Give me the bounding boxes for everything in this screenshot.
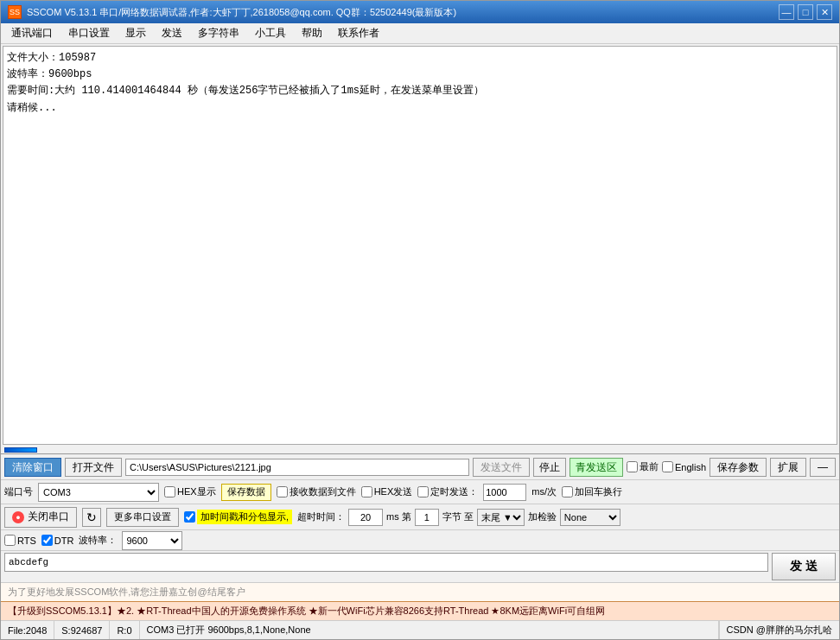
- english-label: English: [675, 462, 706, 472]
- maximize-button[interactable]: □: [798, 4, 813, 20]
- english-checkbox-label[interactable]: English: [662, 461, 706, 472]
- rts-dtr-row: RTS DTR 波特率： 9600 115200 19200: [1, 530, 839, 551]
- end-select[interactable]: 末尾 ▼: [477, 509, 525, 526]
- newline-text: 加回车换行: [575, 485, 622, 498]
- last-checkbox[interactable]: [627, 461, 638, 472]
- checksum-select[interactable]: None: [560, 509, 620, 526]
- byte-num-input[interactable]: [415, 509, 439, 526]
- toolbar-row: 清除窗口 打开文件 发送文件 停止 青发送区 最前 English 保存参数 扩…: [1, 454, 839, 480]
- hex-display-checkbox[interactable]: [164, 486, 175, 497]
- receive-to-file-label[interactable]: 接收数据到文件: [277, 485, 356, 498]
- menu-item-tools[interactable]: 小工具: [248, 24, 293, 42]
- last-checkbox-label[interactable]: 最前: [627, 460, 659, 473]
- timeout-input[interactable]: [348, 509, 383, 526]
- main-window: SS SSCOM V5.13.1 串口/网络数据调试器,作者:大虾丁丁,2618…: [0, 0, 840, 640]
- timed-send-label[interactable]: 定时发送：: [417, 485, 478, 498]
- ticker-text: 【升级到SSCOM5.13.1】★2. ★RT-Thread中国人的开源免费操作…: [8, 605, 605, 618]
- open-file-button[interactable]: 打开文件: [65, 458, 122, 477]
- progress-bar: [4, 447, 37, 453]
- rts-checkbox[interactable]: [4, 535, 16, 546]
- receive-area[interactable]: 文件大小：105987 波特率：9600bps 需要时间:大约 110.4140…: [3, 46, 837, 445]
- close-port-icon: ●: [12, 511, 24, 523]
- hex-send-checkbox[interactable]: [361, 486, 372, 497]
- settings-row: ● 关闭串口 ↻ 更多串口设置 加时间戳和分包显示, 超时时间： ms 第 字节…: [1, 504, 839, 530]
- rts-label[interactable]: RTS: [4, 535, 36, 546]
- receive-line-4: 请稍候...: [7, 100, 833, 117]
- title-bar-left: SS SSCOM V5.13.1 串口/网络数据调试器,作者:大虾丁丁,2618…: [8, 5, 456, 19]
- receive-line-2: 波特率：9600bps: [7, 67, 833, 83]
- interval-unit: ms/次: [531, 485, 557, 498]
- baud-select[interactable]: 9600 115200 19200: [122, 531, 182, 550]
- title-bar-controls: — □ ✕: [779, 4, 832, 20]
- timed-send-checkbox[interactable]: [417, 486, 429, 497]
- menu-item-comm-port[interactable]: 通讯端口: [4, 24, 60, 42]
- port-control-row: 端口号 COM3 HEX显示 保存数据 接收数据到文件 HEX发送: [1, 480, 839, 504]
- send-big-button[interactable]: 发 送: [772, 553, 836, 580]
- status-bar: File:2048 S:924687 R:0 COM3 已打开 9600bps,…: [1, 620, 839, 639]
- status-received: R:0: [110, 621, 139, 639]
- hex-send-text: HEX发送: [374, 485, 413, 498]
- last-label: 最前: [640, 460, 659, 473]
- send-file-button[interactable]: 发送文件: [473, 458, 530, 477]
- main-area: 文件大小：105987 波特率：9600bps 需要时间:大约 110.4140…: [1, 44, 839, 639]
- more-settings-button[interactable]: 更多串口设置: [106, 508, 179, 527]
- close-port-button[interactable]: ● 关闭串口: [4, 507, 77, 528]
- file-path-input[interactable]: [125, 459, 469, 476]
- status-file: File:2048: [1, 621, 54, 639]
- timeout-unit: ms 第: [386, 510, 411, 523]
- newline-checkbox[interactable]: [562, 486, 573, 497]
- bottom-panel: 清除窗口 打开文件 发送文件 停止 青发送区 最前 English 保存参数 扩…: [1, 453, 839, 639]
- minus-button[interactable]: —: [810, 458, 836, 477]
- port-select[interactable]: COM3: [38, 483, 159, 502]
- title-bar: SS SSCOM V5.13.1 串口/网络数据调试器,作者:大虾丁丁,2618…: [1, 1, 839, 23]
- status-sent: S:924687: [54, 621, 110, 639]
- minimize-button[interactable]: —: [779, 4, 794, 20]
- send-area-row: 发 送: [1, 551, 839, 582]
- save-params-button[interactable]: 保存参数: [710, 458, 767, 477]
- menu-item-display[interactable]: 显示: [118, 24, 153, 42]
- dtr-label[interactable]: DTR: [41, 535, 74, 546]
- dtr-checkbox[interactable]: [41, 535, 53, 546]
- promo-text: 为了更好地发展SSCOM软件,请您注册嘉立创@结尾客户: [8, 586, 245, 599]
- clear-window-button[interactable]: 清除窗口: [4, 458, 61, 477]
- receive-to-file-text: 接收数据到文件: [290, 485, 356, 498]
- status-author: CSDN @胖胖的马尔扎哈: [719, 621, 839, 639]
- interval-input[interactable]: [483, 484, 526, 501]
- save-data-button[interactable]: 保存数据: [221, 484, 271, 501]
- timestamp-text: 加时间戳和分包显示,: [197, 510, 292, 524]
- receive-line-3: 需要时间:大约 110.414001464844 秒（每发送256字节已经被插入…: [7, 83, 833, 99]
- menu-item-help[interactable]: 帮助: [295, 24, 329, 42]
- menu-item-multistring[interactable]: 多字符串: [191, 24, 246, 42]
- send-area-button[interactable]: 青发送区: [570, 458, 623, 477]
- checksum-label: 加检验: [528, 510, 557, 523]
- timeout-label: 超时时间：: [297, 510, 345, 523]
- english-checkbox[interactable]: [662, 461, 673, 472]
- stop-button[interactable]: 停止: [533, 458, 566, 477]
- newline-checkbox-label[interactable]: 加回车换行: [562, 485, 622, 498]
- refresh-button[interactable]: ↻: [82, 508, 101, 527]
- timeout-row: 超时时间： ms 第 字节 至 末尾 ▼ 加检验 None: [297, 509, 620, 526]
- menu-item-send[interactable]: 发送: [155, 24, 189, 42]
- timed-send-text: 定时发送：: [430, 485, 478, 498]
- progress-bar-row: [1, 447, 839, 453]
- promo-row: 为了更好地发展SSCOM软件,请您注册嘉立创@结尾客户: [1, 582, 839, 601]
- status-port: COM3 已打开 9600bps,8,1,None,None: [140, 621, 719, 639]
- hex-display-label[interactable]: HEX显示: [164, 485, 216, 498]
- menu-item-serial-settings[interactable]: 串口设置: [61, 24, 117, 42]
- port-label: 端口号: [4, 485, 33, 498]
- timestamp-checkbox[interactable]: [184, 511, 195, 523]
- hex-display-text: HEX显示: [177, 485, 216, 498]
- baud-label: 波特率：: [79, 534, 117, 547]
- menu-bar: 通讯端口 串口设置 显示 发送 多字符串 小工具 帮助 联系作者: [1, 23, 839, 44]
- send-input[interactable]: [4, 553, 768, 572]
- menu-item-contact[interactable]: 联系作者: [331, 24, 386, 42]
- ticker-row: 【升级到SSCOM5.13.1】★2. ★RT-Thread中国人的开源免费操作…: [1, 601, 839, 620]
- app-icon: SS: [8, 5, 22, 19]
- hex-send-label[interactable]: HEX发送: [361, 485, 413, 498]
- receive-line-1: 文件大小：105987: [7, 50, 833, 67]
- receive-to-file-checkbox[interactable]: [277, 486, 288, 497]
- close-button[interactable]: ✕: [817, 4, 832, 20]
- byte-label: 字节 至: [442, 510, 474, 523]
- expand-button[interactable]: 扩展: [770, 458, 806, 477]
- timestamp-checkbox-label[interactable]: 加时间戳和分包显示,: [184, 510, 292, 524]
